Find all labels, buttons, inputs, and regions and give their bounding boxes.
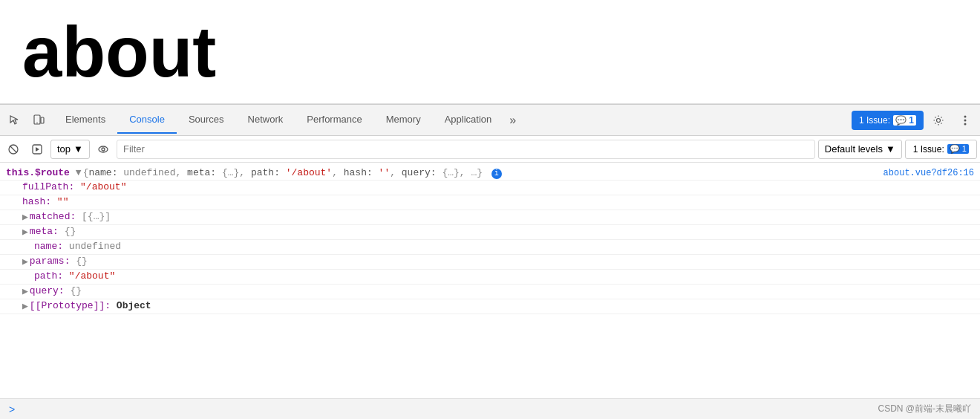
console-log-line-main: this.$route ▼ {name: undefined, meta: {…… xyxy=(0,166,980,181)
issue-chat-icon: 💬 1 xyxy=(893,115,916,126)
prop-name-name: name: xyxy=(34,241,63,252)
prop-name-matched: matched: xyxy=(30,211,76,222)
expand-prototype[interactable]: ▶ xyxy=(22,300,28,312)
prop-name-path: path: xyxy=(34,270,63,282)
tabs-more-button[interactable]: » xyxy=(503,107,522,134)
tab-application[interactable]: Application xyxy=(433,107,504,134)
svg-point-12 xyxy=(102,148,105,151)
console-prop-params: ▶ params: {} xyxy=(0,255,980,270)
console-prop-matched: ▶ matched: [{…}] xyxy=(0,210,980,225)
issue-count-badge: 💬 1 xyxy=(947,144,969,154)
prop-name-meta: meta: xyxy=(30,226,59,237)
devtools-toolbar-right: 1 Issue: 💬 1 xyxy=(852,108,977,132)
devtools-settings-button[interactable] xyxy=(927,108,950,132)
device-toolbar-button[interactable] xyxy=(27,108,50,132)
eye-button[interactable] xyxy=(93,139,114,160)
prop-value-path: "/about" xyxy=(69,270,115,282)
filter-input[interactable] xyxy=(117,140,815,159)
console-sub-toolbar: top ▼ Default levels ▼ 1 Issue: 💬 1 xyxy=(0,136,980,163)
console-line-source[interactable]: about.vue?df26:16 xyxy=(883,168,974,178)
page-title: about xyxy=(22,16,216,88)
clear-console-button[interactable] xyxy=(3,139,24,160)
issue-count-label: 1 Issue: xyxy=(913,144,944,155)
prop-value-fullpath: "/about" xyxy=(80,181,126,192)
prop-name-hash: hash: xyxy=(22,196,51,207)
svg-point-2 xyxy=(36,122,38,123)
context-selector[interactable]: top ▼ xyxy=(50,140,90,159)
info-icon[interactable]: i xyxy=(491,169,502,179)
prop-value-query: {} xyxy=(70,285,82,296)
console-prop-fullpath: fullPath: "/about" xyxy=(0,181,980,195)
svg-point-11 xyxy=(99,146,108,152)
prop-name-query: query: xyxy=(30,285,65,296)
prop-value-hash: "" xyxy=(57,196,69,207)
expand-params[interactable]: ▶ xyxy=(22,256,28,267)
svg-point-4 xyxy=(964,115,967,117)
prop-name-prototype: [[Prototype]]: xyxy=(30,300,111,311)
console-prop-name: name: undefined xyxy=(0,240,980,255)
svg-marker-10 xyxy=(36,147,39,152)
tab-memory[interactable]: Memory xyxy=(374,107,433,134)
console-prop-prototype: ▶ [[Prototype]]: Object xyxy=(0,299,980,314)
devtools-panel: Elements Console Sources Network Perform… xyxy=(0,104,980,419)
prop-value-meta: {} xyxy=(65,226,76,237)
prop-value-prototype: Object xyxy=(117,300,151,311)
context-label: top xyxy=(57,143,71,155)
bottom-credit-text: CSDN @前端-末晨曦吖 xyxy=(878,403,971,415)
prop-name-fullpath: fullPath: xyxy=(22,181,74,192)
tab-network[interactable]: Network xyxy=(236,107,295,134)
tab-console[interactable]: Console xyxy=(117,107,177,134)
svg-point-5 xyxy=(964,119,967,121)
prop-value-name: undefined xyxy=(69,241,121,252)
prop-value-params: {} xyxy=(76,256,88,267)
console-line-prefix: this.$route xyxy=(6,167,70,178)
issue-badge-label: 1 Issue: xyxy=(859,115,890,126)
tab-performance[interactable]: Performance xyxy=(295,107,373,134)
expand-meta[interactable]: ▶ xyxy=(22,226,28,238)
expand-query[interactable]: ▶ xyxy=(22,285,28,297)
tab-sources[interactable]: Sources xyxy=(177,107,236,134)
expand-arrow-main[interactable]: ▼ xyxy=(76,167,82,178)
levels-dropdown-arrow: ▼ xyxy=(886,143,895,155)
console-prop-meta: ▶ meta: {} xyxy=(0,225,980,240)
issue-count-button[interactable]: 1 Issue: 💬 1 xyxy=(905,140,977,159)
devtools-bottom-bar: > CSDN @前端-末晨曦吖 xyxy=(0,398,980,419)
devtools-tabs: Elements Console Sources Network Perform… xyxy=(50,105,852,136)
devtools-top-toolbar: Elements Console Sources Network Perform… xyxy=(0,105,980,136)
console-prop-path: path: "/about" xyxy=(0,270,980,285)
svg-point-3 xyxy=(937,118,941,122)
devtools-more-button[interactable] xyxy=(953,108,977,132)
default-levels-label: Default levels xyxy=(825,143,883,155)
prop-name-params: params: xyxy=(30,256,71,267)
svg-rect-1 xyxy=(41,117,44,123)
run-script-button[interactable] xyxy=(27,139,48,160)
console-prompt-arrow[interactable]: > xyxy=(9,403,15,415)
page-content: about xyxy=(0,0,980,104)
console-output: this.$route ▼ {name: undefined, meta: {…… xyxy=(0,163,980,398)
console-prop-query: ▶ query: {} xyxy=(0,285,980,299)
svg-line-8 xyxy=(10,146,17,152)
expand-matched[interactable]: ▶ xyxy=(22,211,28,223)
inspect-element-button[interactable] xyxy=(3,108,27,132)
issue-badge-button[interactable]: 1 Issue: 💬 1 xyxy=(852,111,924,130)
context-dropdown-arrow: ▼ xyxy=(74,143,83,155)
console-line-summary: {name: undefined, meta: {…}, path: '/abo… xyxy=(83,167,883,179)
svg-point-6 xyxy=(964,123,967,125)
console-prop-hash: hash: "" xyxy=(0,195,980,210)
prop-value-matched: [{…}] xyxy=(82,211,111,222)
tab-elements[interactable]: Elements xyxy=(53,107,117,134)
default-levels-button[interactable]: Default levels ▼ xyxy=(818,140,902,159)
